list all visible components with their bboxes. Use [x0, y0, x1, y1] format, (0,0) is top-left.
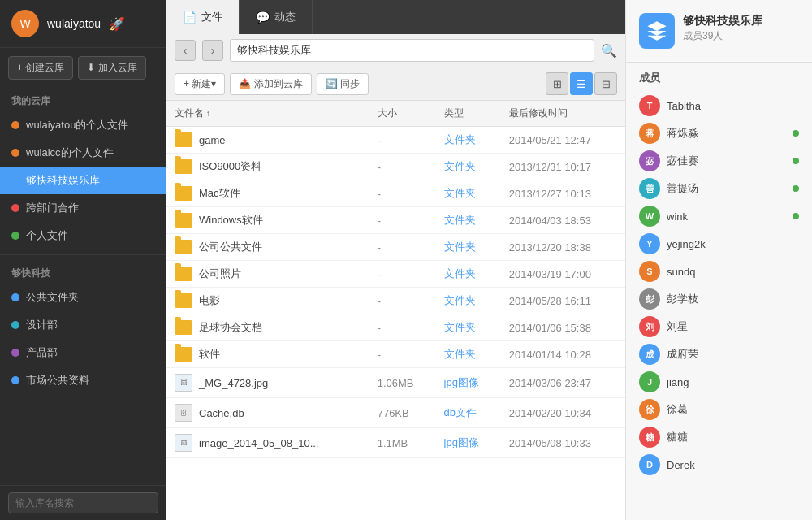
- file-name-text: ISO9000资料: [199, 159, 261, 174]
- member-item[interactable]: 善善提汤: [639, 175, 799, 202]
- member-name-label: Derek: [667, 459, 799, 471]
- dot-icon: [11, 376, 19, 384]
- file-size: -: [369, 314, 436, 341]
- member-name-label: wink: [667, 210, 786, 223]
- table-row[interactable]: 🖼image_2014_05_08_10...1.1MBjpg图像2014/05…: [166, 428, 625, 458]
- file-date: 2014/02/20 10:34: [501, 398, 625, 428]
- repo-details: 够快科技娱乐库 成员39人: [683, 13, 799, 43]
- new-button[interactable]: + 新建▾: [175, 73, 225, 95]
- create-repo-button[interactable]: + 创建云库: [8, 56, 73, 80]
- file-name-cell: ISO9000资料: [175, 159, 361, 174]
- sidebar-search-input[interactable]: [8, 492, 158, 514]
- sidebar-item-my5[interactable]: 个人文件: [0, 222, 166, 249]
- member-name-label: 徐葛: [667, 402, 799, 417]
- sidebar-item-label: wulaiyatou的个人文件: [26, 118, 128, 132]
- tabs-container: 📄文件💬动态: [166, 0, 313, 34]
- member-item[interactable]: 成成府荣: [639, 340, 799, 368]
- file-size: -: [369, 234, 436, 261]
- tab-activity[interactable]: 💬动态: [240, 0, 313, 34]
- activity-tab-icon: 💬: [256, 11, 270, 24]
- table-row[interactable]: game-文件夹2014/05/21 12:47: [166, 127, 625, 154]
- sidebar-search-area: [0, 485, 166, 520]
- file-date: 2014/05/21 12:47: [501, 127, 625, 154]
- table-row[interactable]: ISO9000资料-文件夹2013/12/31 10:17: [166, 154, 625, 180]
- sidebar-item-my2[interactable]: wulaicc的个人文件: [0, 139, 166, 167]
- file-type: 文件夹: [436, 288, 501, 314]
- file-name-cell: 足球协会文档: [175, 320, 361, 335]
- sidebar-item-g4[interactable]: 市场公共资料: [0, 366, 166, 394]
- sidebar-item-g1[interactable]: 公共文件夹: [0, 284, 166, 311]
- table-row[interactable]: 公司公共文件-文件夹2013/12/20 18:38: [166, 234, 625, 261]
- member-item[interactable]: Yyejing2k: [639, 230, 799, 258]
- member-item[interactable]: TTabitha: [639, 92, 799, 119]
- file-icon: 🖼: [175, 434, 192, 452]
- member-item[interactable]: Wwink: [639, 202, 799, 230]
- join-repo-button[interactable]: ⬇ 加入云库: [78, 56, 145, 80]
- tab-files[interactable]: 📄文件: [166, 0, 240, 34]
- table-row[interactable]: 电影-文件夹2014/05/28 16:11: [166, 288, 625, 314]
- member-name-label: 彭学枝: [667, 292, 799, 306]
- table-row[interactable]: 软件-文件夹2014/01/14 10:28: [166, 341, 625, 368]
- nav-back-button[interactable]: ‹: [175, 40, 196, 61]
- table-row[interactable]: Mac软件-文件夹2013/12/27 10:13: [166, 180, 625, 207]
- dot-icon: [11, 321, 19, 329]
- file-name-cell: Mac软件: [175, 186, 361, 201]
- dot-icon: [11, 232, 19, 240]
- folder-icon: [175, 240, 192, 254]
- member-name-label: yejing2k: [667, 238, 799, 250]
- user-avatar: W: [11, 10, 39, 37]
- sidebar-item-g2[interactable]: 设计部: [0, 311, 166, 339]
- rocket-icon[interactable]: 🚀: [109, 16, 125, 32]
- online-indicator: [793, 185, 799, 192]
- folder-icon: [175, 320, 192, 335]
- member-item[interactable]: 蒋蒋烁淼: [639, 119, 799, 147]
- member-avatar: S: [639, 261, 660, 282]
- view-list-button[interactable]: ☰: [570, 72, 593, 95]
- online-indicator: [793, 130, 799, 136]
- member-item[interactable]: Ssundq: [639, 258, 799, 285]
- member-item[interactable]: 彭彭学枝: [639, 285, 799, 313]
- member-item[interactable]: Jjiang: [639, 368, 799, 396]
- sidebar-item-my4[interactable]: 跨部门合作: [0, 194, 166, 222]
- file-date: 2014/01/06 15:38: [501, 314, 625, 341]
- online-indicator: [793, 158, 799, 164]
- member-item[interactable]: 徐徐葛: [639, 396, 799, 423]
- repo-info-section: 够快科技娱乐库 成员39人: [626, 0, 812, 63]
- nav-forward-button[interactable]: ›: [202, 40, 223, 61]
- member-avatar: 刘: [639, 316, 660, 337]
- sidebar-actions: + 创建云库 ⬇ 加入云库: [0, 48, 166, 88]
- add-to-repo-button[interactable]: 📤 添加到云库: [230, 73, 311, 95]
- file-name-text: 公司公共文件: [199, 240, 262, 254]
- member-item[interactable]: DDerek: [639, 451, 799, 479]
- col-type: 类型: [436, 101, 501, 127]
- sync-button[interactable]: 🔄 同步: [317, 73, 369, 95]
- file-type: 文件夹: [436, 127, 501, 154]
- path-breadcrumb: 够快科技娱乐库: [230, 39, 594, 62]
- file-name-text: 电影: [199, 293, 220, 308]
- file-size: -: [369, 341, 436, 368]
- file-name-text: Windows软件: [199, 213, 263, 228]
- file-date: 2013/12/27 10:13: [501, 180, 625, 207]
- file-nav-toolbar: ‹ › 够快科技娱乐库 🔍: [166, 34, 625, 67]
- repo-members-count: 成员39人: [683, 29, 799, 43]
- table-row[interactable]: 足球协会文档-文件夹2014/01/06 15:38: [166, 314, 625, 341]
- sidebar-item-my3[interactable]: 够快科技娱乐库: [0, 167, 166, 194]
- table-row[interactable]: 公司照片-文件夹2014/03/19 17:00: [166, 261, 625, 288]
- sidebar-item-g3[interactable]: 产品部: [0, 339, 166, 366]
- table-row[interactable]: Windows软件-文件夹2014/04/03 18:53: [166, 207, 625, 234]
- view-grid-large-button[interactable]: ⊟: [594, 72, 617, 95]
- view-grid-small-button[interactable]: ⊞: [546, 72, 568, 95]
- dot-icon: [11, 149, 19, 157]
- file-name-cell: 🖼_MG_4728.jpg: [175, 374, 361, 392]
- file-size: 776KB: [369, 398, 436, 428]
- members-list: TTabitha蒋蒋烁淼宓宓佳赛善善提汤WwinkYyejing2kSsundq…: [639, 92, 799, 479]
- sidebar-item-my1[interactable]: wulaiyatou的个人文件: [0, 111, 166, 139]
- file-name-cell: 公司照片: [175, 266, 361, 281]
- file-table-body: game-文件夹2014/05/21 12:47ISO9000资料-文件夹201…: [166, 127, 625, 458]
- member-item[interactable]: 宓宓佳赛: [639, 147, 799, 175]
- member-item[interactable]: 糖糖糖: [639, 423, 799, 451]
- member-item[interactable]: 刘刘星: [639, 313, 799, 340]
- search-button[interactable]: 🔍: [601, 43, 617, 58]
- table-row[interactable]: 🗄Cache.db776KBdb文件2014/02/20 10:34: [166, 398, 625, 428]
- table-row[interactable]: 🖼_MG_4728.jpg1.06MBjpg图像2014/03/06 23:47: [166, 368, 625, 398]
